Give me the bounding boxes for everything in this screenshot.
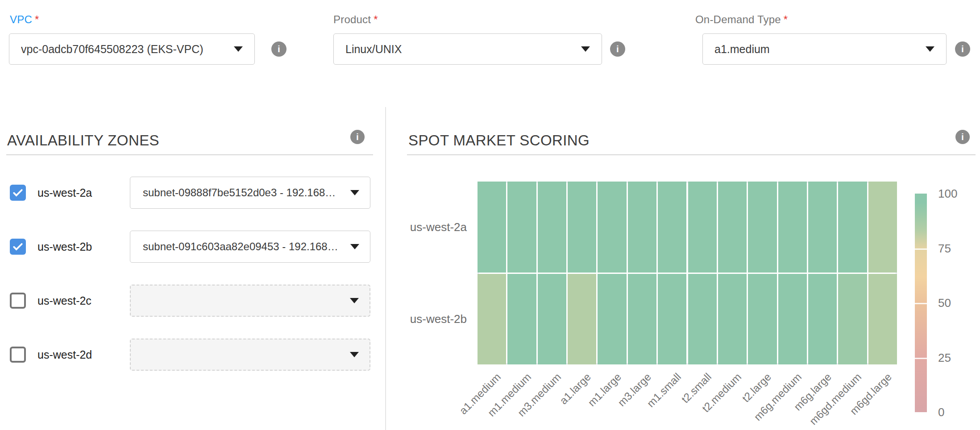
chevron-down-icon <box>350 244 359 249</box>
required-asterisk: * <box>784 13 788 25</box>
colorbar-divider <box>915 303 927 304</box>
chevron-down-icon <box>350 298 359 303</box>
chevron-down-icon <box>926 46 934 52</box>
az-row-us-west-2a: us-west-2asubnet-09888f7be5152d0e3 - 192… <box>0 177 385 209</box>
colorbar-tick-75: 75 <box>938 242 974 256</box>
heatmap-cell-us-west-2a-m1.medium <box>507 182 536 273</box>
heatmap-cell-us-west-2a-t2.medium <box>718 182 747 273</box>
heatmap-cell-us-west-2a-m1.small <box>658 182 686 273</box>
az-row-us-west-2b: us-west-2bsubnet-091c603aa82e09453 - 192… <box>0 231 385 263</box>
spot-market-scoring-info-icon[interactable]: i <box>955 130 970 144</box>
az-zone-label: us-west-2c <box>37 285 91 317</box>
colorbar-tick-25: 25 <box>938 351 974 365</box>
product-select[interactable]: Linux/UNIX <box>333 33 602 65</box>
heatmap-cell-us-west-2b-a1.large <box>568 274 596 365</box>
heatmap-row-label-us-west-2a: us-west-2a <box>369 220 467 234</box>
subnet-select-us-west-2a[interactable]: subnet-09888f7be5152d0e3 - 192.168… <box>130 177 370 209</box>
heatmap-cell-us-west-2a-a1.medium <box>478 182 506 273</box>
colorbar <box>915 194 927 412</box>
chevron-down-icon <box>581 46 590 52</box>
heatmap-cell-us-west-2b-t2.large <box>748 274 777 365</box>
heatmap-cell-us-west-2a-m6gd.medium <box>838 182 867 273</box>
on-demand-type-label: On-Demand Type* <box>695 13 788 26</box>
on-demand-type-select-value: a1.medium <box>714 43 918 56</box>
az-row-us-west-2c: us-west-2c <box>0 285 385 317</box>
product-label: Product* <box>333 13 378 26</box>
heatmap-cell-us-west-2a-a1.large <box>568 182 596 273</box>
colorbar-tick-50: 50 <box>938 296 974 310</box>
chevron-down-icon <box>350 190 359 195</box>
heatmap-cell-us-west-2a-m1.large <box>598 182 626 273</box>
colorbar-tick-0: 0 <box>938 405 974 419</box>
chevron-down-icon <box>350 352 359 357</box>
spot-market-config-page: VPC* vpc-0adcb70f645508223 (EKS-VPC) i P… <box>0 0 980 430</box>
vpc-info-icon[interactable]: i <box>271 41 287 57</box>
subnet-select-value: subnet-09888f7be5152d0e3 - 192.168… <box>143 186 342 199</box>
on-demand-type-info-icon[interactable]: i <box>955 41 970 57</box>
heatmap-cell-us-west-2a-m3.large <box>628 182 656 273</box>
on-demand-type-select[interactable]: a1.medium <box>702 33 947 65</box>
required-asterisk: * <box>374 13 378 25</box>
heatmap-cell-us-west-2b-m6gd.large <box>868 274 897 365</box>
checkbox-us-west-2d[interactable] <box>10 347 26 363</box>
section-divider <box>6 154 373 155</box>
subnet-select-us-west-2c[interactable] <box>130 285 370 317</box>
vpc-label: VPC* <box>10 13 39 26</box>
az-zone-label: us-west-2a <box>37 177 92 209</box>
heatmap-cell-us-west-2b-m6gd.medium <box>838 274 867 365</box>
heatmap-cell-us-west-2a-m6gd.large <box>868 182 897 273</box>
required-asterisk: * <box>35 13 39 25</box>
checkbox-us-west-2b[interactable] <box>10 239 26 255</box>
availability-zones-info-icon[interactable]: i <box>350 130 365 144</box>
heatmap-cell-us-west-2b-m6g.large <box>808 274 837 365</box>
heatmap-cell-us-west-2b-a1.medium <box>478 274 506 365</box>
heatmap-cell-us-west-2b-m1.large <box>598 274 626 365</box>
heatmap-cell-us-west-2b-m1.medium <box>507 274 536 365</box>
subnet-select-value: subnet-091c603aa82e09453 - 192.168… <box>143 240 342 253</box>
heatmap-cell-us-west-2b-m1.small <box>658 274 686 365</box>
colorbar-divider <box>915 248 927 250</box>
heatmap-cell-us-west-2b-t2.medium <box>718 274 747 365</box>
az-zone-label: us-west-2d <box>37 339 92 371</box>
section-divider <box>407 154 976 155</box>
spot-market-scoring-title: SPOT MARKET SCORING <box>408 132 590 149</box>
colorbar-divider <box>915 358 927 359</box>
checkbox-us-west-2a[interactable] <box>10 185 26 201</box>
vpc-select-value: vpc-0adcb70f645508223 (EKS-VPC) <box>21 43 226 56</box>
product-select-value: Linux/UNIX <box>345 43 573 56</box>
subnet-select-us-west-2b[interactable]: subnet-091c603aa82e09453 - 192.168… <box>130 231 370 263</box>
az-zone-label: us-west-2b <box>37 231 92 263</box>
subnet-select-us-west-2d[interactable] <box>130 339 370 371</box>
colorbar-tick-100: 100 <box>938 187 974 201</box>
heatmap-cell-us-west-2a-m6g.large <box>808 182 837 273</box>
panel-divider <box>385 107 386 430</box>
heatmap-cell-us-west-2b-m6g.medium <box>778 274 807 365</box>
heatmap-cell-us-west-2a-t2.large <box>748 182 777 273</box>
vpc-select[interactable]: vpc-0adcb70f645508223 (EKS-VPC) <box>9 33 255 65</box>
az-row-us-west-2d: us-west-2d <box>0 339 385 371</box>
heatmap-cell-us-west-2b-t2.small <box>688 274 717 365</box>
product-info-icon[interactable]: i <box>610 41 625 57</box>
heatmap-cell-us-west-2a-m6g.medium <box>778 182 807 273</box>
chevron-down-icon <box>234 46 243 52</box>
heatmap-cell-us-west-2a-m3.medium <box>538 182 566 273</box>
checkmark-icon <box>11 240 25 253</box>
heatmap-row-label-us-west-2b: us-west-2b <box>369 312 467 326</box>
checkbox-us-west-2c[interactable] <box>10 293 26 309</box>
heatmap-cell-us-west-2a-t2.small <box>688 182 717 273</box>
checkmark-icon <box>11 186 25 199</box>
heatmap-cell-us-west-2b-m3.large <box>628 274 656 365</box>
heatmap-cell-us-west-2b-m3.medium <box>538 274 566 365</box>
availability-zones-title: AVAILABILITY ZONES <box>7 132 159 149</box>
